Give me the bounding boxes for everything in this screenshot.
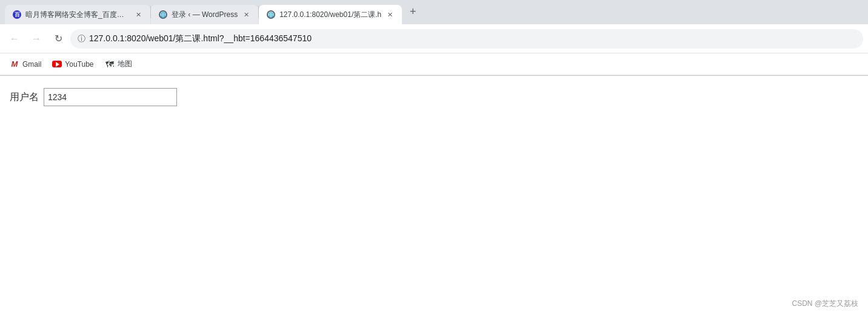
globe-icon-tab2: 🌐 xyxy=(159,10,167,19)
tab-3-close-button[interactable]: ✕ xyxy=(385,10,395,19)
new-tab-button[interactable]: + xyxy=(404,3,421,20)
tab-3-favicon: 🌐 xyxy=(266,10,276,19)
username-label: 用户名 xyxy=(10,91,39,104)
youtube-favicon xyxy=(52,59,62,69)
maps-favicon: 🗺 xyxy=(105,59,115,69)
bookmarks-bar: M Gmail YouTube 🗺 地图 xyxy=(0,53,868,75)
gmail-icon: M xyxy=(12,59,18,69)
username-form-row: 用户名 xyxy=(10,88,858,106)
tab-3[interactable]: 🌐 127.0.0.1:8020/web01/第二课.h ✕ xyxy=(259,5,402,24)
back-button[interactable]: ← xyxy=(5,29,24,49)
address-text: 127.0.0.1:8020/web01/第二课.html?__hbt=1664… xyxy=(89,33,312,44)
forward-button[interactable]: → xyxy=(27,29,46,49)
browser-chrome: 百 暗月博客网络安全博客_百度搜索 ✕ 🌐 登录 ‹ — WordPress ✕… xyxy=(0,0,868,76)
page-footer: CSDN @芝芝又荔枝 xyxy=(792,299,858,309)
tab-2-title: 登录 ‹ — WordPress xyxy=(172,10,238,20)
nav-bar: ← → ↻ ⓘ 127.0.0.1:8020/web01/第二课.html?__… xyxy=(0,24,868,53)
youtube-play-triangle xyxy=(56,62,59,67)
tab-3-title: 127.0.0.1:8020/web01/第二课.h xyxy=(279,10,381,20)
security-icon: ⓘ xyxy=(78,33,85,44)
baidu-icon: 百 xyxy=(13,10,21,19)
tab-bar: 百 暗月博客网络安全博客_百度搜索 ✕ 🌐 登录 ‹ — WordPress ✕… xyxy=(0,0,868,24)
tab-2-favicon: 🌐 xyxy=(158,10,168,19)
tab-1-title: 暗月博客网络安全博客_百度搜索 xyxy=(25,10,130,20)
username-input[interactable] xyxy=(44,88,177,106)
tab-2-close-button[interactable]: ✕ xyxy=(241,10,251,19)
bookmark-gmail[interactable]: M Gmail xyxy=(5,56,46,72)
bookmark-youtube-label: YouTube xyxy=(65,60,93,69)
page-content: 用户名 xyxy=(0,76,868,128)
bookmark-maps[interactable]: 🗺 地图 xyxy=(100,56,137,72)
reload-button[interactable]: ↻ xyxy=(48,29,68,49)
tab-1-close-button[interactable]: ✕ xyxy=(133,10,143,19)
tab-1[interactable]: 百 暗月博客网络安全博客_百度搜索 ✕ xyxy=(5,5,150,24)
bookmark-youtube[interactable]: YouTube xyxy=(47,56,98,72)
footer-text: CSDN @芝芝又荔枝 xyxy=(792,299,858,308)
tab-2[interactable]: 🌐 登录 ‹ — WordPress ✕ xyxy=(151,5,258,24)
youtube-icon xyxy=(52,61,62,67)
bookmark-gmail-label: Gmail xyxy=(22,60,41,69)
maps-icon: 🗺 xyxy=(105,59,114,69)
bookmark-maps-label: 地图 xyxy=(118,59,132,69)
tab-1-favicon: 百 xyxy=(12,10,22,19)
address-bar[interactable]: ⓘ 127.0.0.1:8020/web01/第二课.html?__hbt=16… xyxy=(70,29,863,49)
gmail-favicon: M xyxy=(10,59,19,69)
globe-icon-tab3: 🌐 xyxy=(267,10,275,19)
